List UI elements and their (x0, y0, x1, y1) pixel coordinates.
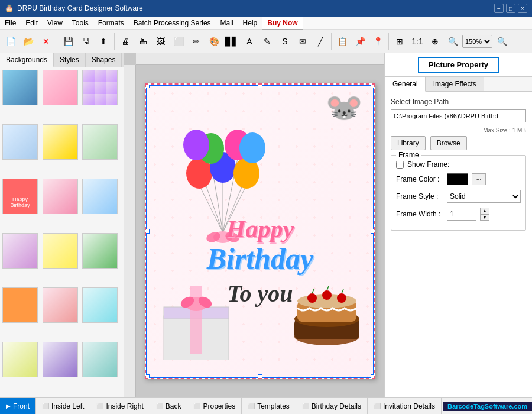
zoom-select[interactable]: 150% 100% 75% 50% (462, 35, 492, 48)
zoom-in-button[interactable]: 🔍 (445, 33, 461, 50)
copy-button[interactable]: 📋 (334, 33, 351, 50)
menu-item-view[interactable]: View (43, 17, 67, 30)
close-doc-button[interactable]: ✕ (38, 33, 54, 50)
new-button[interactable]: 📄 (2, 33, 19, 50)
tab-styles[interactable]: Styles (54, 53, 86, 67)
property-content: Select Image Path Max Size : 1 MB Librar… (385, 92, 532, 397)
maximize-button[interactable]: □ (506, 4, 515, 13)
library-button[interactable]: Library (391, 136, 426, 150)
status-tab-invitation-details[interactable]: ⬜Invitation Details (368, 398, 442, 415)
svg-point-29 (307, 293, 317, 303)
paste-button[interactable]: 📌 (352, 33, 368, 50)
toolbar-sep-4 (388, 33, 389, 50)
barcode-button[interactable]: ▊▋ (223, 33, 240, 50)
toolbar: 📄 📂 ✕ 💾 🖫 ⬆ 🖨 🖶 🖼 ⬜ ✏ 🎨 ▊▋ A ✎ S ✉ ╱ 📋 📌… (0, 30, 532, 53)
list-item[interactable] (43, 179, 78, 214)
spin-down-button[interactable]: ▼ (480, 214, 489, 221)
art-button[interactable]: S (277, 33, 293, 50)
paste2-button[interactable]: 📍 (369, 33, 386, 50)
show-frame-checkbox[interactable] (396, 161, 404, 169)
grid-button[interactable]: ⊞ (391, 33, 408, 50)
text2-button[interactable]: ✎ (259, 33, 275, 50)
svg-point-12 (183, 130, 209, 160)
card[interactable]: 🐭 Happy Birthday To you (145, 83, 375, 379)
line-button[interactable]: ╱ (312, 33, 329, 50)
app-title: DRPU Birthday Card Designer Software (17, 4, 143, 12)
export-button[interactable]: ⬆ (95, 33, 112, 50)
menu-item-edit[interactable]: Edit (21, 17, 43, 30)
print-button[interactable]: 🖨 (117, 33, 134, 50)
tab-icon: ⬜ (156, 403, 163, 409)
menu-item-formats[interactable]: Formats (93, 17, 129, 30)
menu-item-tools[interactable]: Tools (67, 17, 93, 30)
status-tab-birthday-details[interactable]: ⬜Birthday Details (296, 398, 368, 415)
list-item[interactable] (43, 342, 78, 377)
list-item[interactable] (2, 342, 38, 377)
menu-item-file[interactable]: File (0, 17, 21, 30)
list-item[interactable]: Happy Birthday (2, 179, 38, 214)
list-item[interactable] (43, 287, 78, 323)
list-item[interactable] (82, 179, 118, 214)
frame-style-select[interactable]: Solid Dashed Dotted Double (447, 190, 521, 203)
lock-button[interactable]: ⊕ (427, 33, 443, 50)
menu-item-mail[interactable]: Mail (216, 17, 238, 30)
statusbar: ▶Front⬜Inside Left⬜Inside Right⬜Back⬜Pro… (0, 397, 532, 414)
right-panel: Picture Property General Image Effects S… (384, 53, 532, 397)
list-item[interactable] (82, 287, 118, 323)
tab-label: Inside Left (51, 402, 84, 410)
tab-backgrounds[interactable]: Backgrounds (0, 53, 54, 67)
status-tab-back[interactable]: ⬜Back (150, 398, 188, 415)
tab-image-effects[interactable]: Image Effects (426, 77, 484, 91)
status-tab-inside-right[interactable]: ⬜Inside Right (90, 398, 150, 415)
list-item[interactable] (43, 124, 78, 160)
svg-line-33 (327, 286, 329, 290)
browse-button[interactable]: Browse (430, 136, 467, 150)
frame-group-title: Frame (396, 151, 421, 159)
status-tab-templates[interactable]: ⬜Templates (242, 398, 296, 415)
close-button[interactable]: × (518, 4, 527, 13)
spin-up-button[interactable]: ▲ (480, 208, 489, 214)
mickey-icon: 🐭 (326, 90, 362, 125)
image-path-input[interactable] (391, 109, 526, 122)
menu-item-help[interactable]: Help (238, 17, 262, 30)
menu-item-buy-now[interactable]: Buy Now (262, 17, 303, 30)
list-item[interactable] (2, 233, 38, 269)
tab-shapes[interactable]: Shapes (86, 53, 122, 67)
mail-button[interactable]: ✉ (294, 33, 311, 50)
color-button[interactable]: 🎨 (206, 33, 222, 50)
save-button[interactable]: 💾 (60, 33, 76, 50)
save-as-button[interactable]: 🖫 (77, 33, 94, 50)
frame-color-browse-button[interactable]: ··· (472, 173, 486, 185)
list-item[interactable] (43, 70, 78, 105)
frame-width-input[interactable] (447, 208, 476, 221)
list-item[interactable] (82, 124, 118, 160)
status-tab-front[interactable]: ▶Front (0, 398, 36, 415)
cake-svg (286, 283, 368, 366)
list-item[interactable] (82, 233, 118, 269)
open-button[interactable]: 📂 (20, 33, 37, 50)
list-item[interactable] (43, 233, 78, 269)
canvas-area[interactable]: 🐭 Happy Birthday To you (124, 53, 384, 397)
zoom-out-button[interactable]: 🔍 (494, 33, 510, 50)
picture-property-header: Picture Property (385, 53, 532, 77)
status-tab-properties[interactable]: ⬜Properties (187, 398, 242, 415)
card-container: 🐭 Happy Birthday To you (145, 83, 375, 379)
image-button[interactable]: 🖼 (153, 33, 169, 50)
frame-color-picker[interactable] (447, 173, 468, 185)
tab-general[interactable]: General (385, 77, 426, 92)
snap-button[interactable]: 1:1 (409, 33, 426, 50)
shapes-button[interactable]: ⬜ (170, 33, 187, 50)
text-button[interactable]: A (241, 33, 258, 50)
minimize-button[interactable]: − (494, 4, 504, 13)
list-item[interactable] (82, 342, 118, 377)
tab-label: Properties (203, 402, 235, 410)
toolbar-sep-1 (57, 33, 57, 50)
list-item[interactable] (2, 70, 38, 105)
print2-button[interactable]: 🖶 (135, 33, 151, 50)
list-item[interactable] (2, 287, 38, 323)
list-item[interactable] (82, 70, 118, 105)
draw-button[interactable]: ✏ (188, 33, 205, 50)
list-item[interactable] (2, 124, 38, 160)
menu-item-batch-processing-series[interactable]: Batch Processing Series (129, 17, 216, 30)
status-tab-inside-left[interactable]: ⬜Inside Left (36, 398, 90, 415)
